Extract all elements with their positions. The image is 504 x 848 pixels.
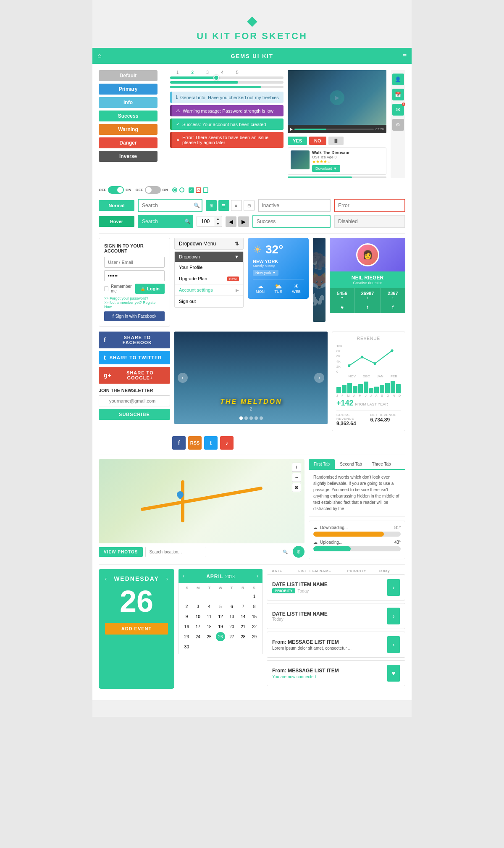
movie-dot-1[interactable] (239, 416, 243, 420)
email-input[interactable] (99, 395, 170, 406)
media-progress (288, 176, 386, 178)
stepper-input[interactable] (197, 216, 214, 226)
settings-icon[interactable]: ⚙ (392, 119, 404, 131)
success-input[interactable] (252, 215, 331, 228)
next-arrow-button[interactable]: ▶ (238, 216, 249, 227)
map-search-input[interactable] (145, 547, 206, 557)
day-prev-button[interactable]: ‹ (105, 575, 107, 582)
facebook-signin-button[interactable]: f Sign in with Facebook (104, 311, 165, 321)
profile-twitter-button[interactable]: t (355, 302, 380, 313)
checkbox-error[interactable]: ✕ (196, 187, 201, 193)
month-next-button[interactable]: › (257, 573, 258, 579)
video-progress[interactable] (294, 129, 374, 130)
facebook-icon-button[interactable]: f (172, 436, 186, 450)
movie-next-button[interactable]: › (314, 373, 324, 383)
section-divider-3 (99, 564, 405, 565)
inverse-button[interactable]: Inverse (99, 151, 158, 162)
movie-prev-button[interactable]: ‹ (178, 373, 188, 383)
danger-button[interactable]: Danger (99, 137, 158, 148)
media-title: Walk The Dinosaur (312, 150, 383, 155)
calendar-icon-right[interactable]: 📅 (392, 89, 404, 100)
inactive-input[interactable] (258, 199, 331, 212)
weather-location[interactable]: New york ▼ (253, 270, 278, 276)
primary-button[interactable]: Primary (99, 84, 158, 95)
map-layers-button[interactable]: ⊕ (292, 483, 301, 492)
view-photos-button[interactable]: VIEW PHOTOS (99, 547, 143, 557)
user-icon[interactable]: 👤 (392, 74, 404, 85)
month-prev-button[interactable]: ‹ (183, 573, 184, 579)
prev-arrow-button[interactable]: ◀ (226, 216, 236, 227)
menu-icon[interactable]: ≡ (403, 52, 407, 60)
share-twitter-button[interactable]: t SHARE TO TWITTER (99, 351, 170, 364)
expand-view-icon[interactable]: ⊟ (244, 200, 255, 211)
check-icon: ✓ (176, 121, 180, 127)
toggle-off[interactable] (145, 186, 161, 194)
tab-first[interactable]: First Tab (309, 459, 335, 469)
movie-dot-2[interactable] (244, 416, 248, 420)
password-input[interactable] (104, 270, 165, 281)
search-normal-input[interactable] (138, 199, 202, 212)
list-item-1-arrow[interactable]: › (387, 579, 400, 596)
list-item-2-arrow[interactable]: › (387, 608, 400, 624)
movie-dot-4[interactable] (255, 416, 258, 420)
checkbox-unchecked[interactable] (203, 187, 208, 193)
login-button[interactable]: 🔒 Login (135, 284, 165, 294)
media-card: Walk The Dinosaur OST Ice Age 3 ★★★★☆ Do… (288, 147, 386, 175)
forgot-password-link[interactable]: >> Forgot your password? (104, 296, 165, 300)
map-zoom-out-button[interactable]: − (292, 473, 301, 482)
profile-info: NEIL RIEGER Creative derector (330, 271, 405, 288)
yes-no-group: YES NO ▐▌ (288, 137, 386, 145)
default-button[interactable]: Default (99, 70, 158, 81)
stepper-down-button[interactable]: ▼ (214, 221, 222, 226)
checkbox-checked[interactable]: ✓ (189, 187, 194, 193)
split-button[interactable]: ▐▌ (328, 137, 344, 145)
normal-label: Normal (99, 200, 134, 211)
tab-third[interactable]: Three Tab (367, 459, 396, 469)
info-button[interactable]: Info (99, 97, 158, 108)
twitter-icon-button[interactable]: t (204, 436, 218, 450)
list-item-3-arrow[interactable]: › (387, 636, 400, 653)
video-play-icon[interactable]: ▶ (290, 127, 293, 131)
home-icon[interactable]: ⌂ (97, 52, 102, 60)
mail-icon[interactable]: ✉ 1 (392, 104, 404, 116)
list-item-4-heart[interactable]: ♥ (387, 665, 400, 682)
progress-thumb-1[interactable] (213, 75, 219, 81)
dropdown-item-upgrade[interactable]: Upgrade Plan New! (175, 273, 243, 284)
share-google-button[interactable]: g+ SHARE TO GOOGLE+ (99, 367, 170, 384)
yes-button[interactable]: YES (288, 137, 307, 145)
dropdown-item-profile[interactable]: Your Profile (175, 262, 243, 273)
success-button[interactable]: Success (99, 111, 158, 121)
dropdown-item-account[interactable]: Account settings ▶ (175, 284, 243, 296)
movie-dot-5[interactable] (260, 416, 263, 420)
movie-dot-3[interactable] (249, 416, 253, 420)
other-icon-button[interactable]: ♪ (220, 436, 234, 450)
dropdown-trigger[interactable]: Dropdown Menu ⇅ (174, 238, 244, 250)
remember-checkbox[interactable] (104, 286, 108, 291)
tab-second[interactable]: Second Tab (335, 459, 367, 469)
warning-button[interactable]: Warning (99, 124, 158, 135)
add-event-button[interactable]: ADD EVENT (105, 623, 168, 635)
map-compass-button[interactable]: ⊕ (293, 546, 304, 558)
subscribe-button[interactable]: SUBSCRIBE (99, 409, 170, 420)
toggle-on[interactable] (108, 186, 124, 194)
register-link[interactable]: >> Not a member yet? Register Now (104, 300, 165, 309)
grid-view-icon[interactable]: ⊞ (206, 200, 217, 211)
profile-facebook-button[interactable]: f (381, 302, 405, 313)
account-chevron-icon: ▶ (236, 288, 239, 292)
detail-view-icon[interactable]: ≡ (231, 200, 242, 211)
radio-unselected[interactable] (179, 187, 184, 192)
radio-selected[interactable] (172, 187, 177, 192)
no-button[interactable]: NO (309, 137, 326, 145)
dropdown-item-signout[interactable]: Sign out (175, 296, 243, 307)
error-input[interactable] (334, 199, 405, 212)
map-zoom-in-button[interactable]: + (292, 463, 301, 472)
media-download-button[interactable]: Download ▼ (312, 165, 340, 172)
profile-stat-facebook: 2367 f (381, 288, 405, 302)
share-facebook-button[interactable]: f SHARE TO FACEBOOK (99, 332, 170, 348)
stepper-up-button[interactable]: ▲ (214, 217, 222, 221)
day-next-button[interactable]: › (166, 575, 168, 582)
profile-heart-button[interactable]: ♥ (330, 302, 355, 313)
username-input[interactable] (104, 257, 165, 268)
list-view-icon[interactable]: ☰ (218, 200, 229, 211)
rss-icon-button[interactable]: RSS (188, 436, 202, 450)
